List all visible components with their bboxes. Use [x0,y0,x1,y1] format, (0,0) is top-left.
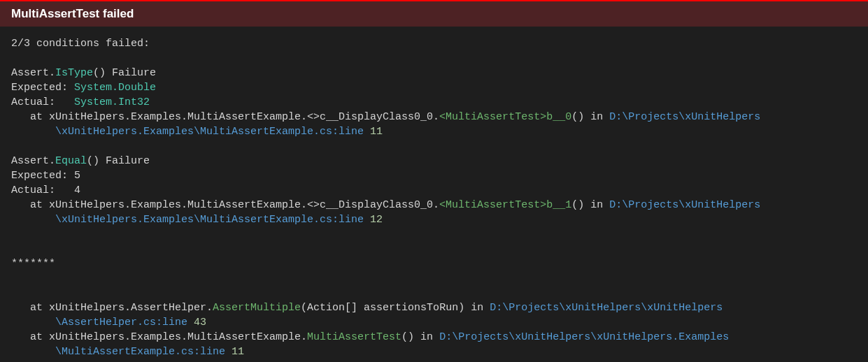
failure-body: 2/3 conditions failed: Assert.IsType() F… [0,27,868,362]
assert-method: Equal [55,155,87,167]
trace-path-cont: \AssertHelper.cs:line [55,317,187,328]
trace-line-number: 12 [364,214,383,226]
failure-output: 2/3 conditions failed: Assert.IsType() F… [11,36,857,359]
trace-path: D:\Projects\xUnitHelpers\xUnitHelpers.Ex… [439,331,729,343]
trace-indent: at [11,199,49,211]
trace-indent: at [11,331,49,343]
trace-path-cont: \xUnitHelpers.Examples\MultiAssertExampl… [55,126,364,138]
assert-prefix: Assert. [11,67,55,79]
trace-frame-suffix: (Action[] assertionsToRun) in [301,302,490,314]
trace-path-cont: \MultiAssertExample.cs:line [55,346,225,358]
actual-label: Actual: [11,96,74,108]
trace-frame-suffix: () in [571,199,609,211]
trace-frame-prefix: xUnitHelpers.Examples.MultiAssertExample… [49,331,307,343]
actual-label: Actual: [11,184,74,196]
trace-line-number: 11 [225,346,244,358]
actual-value: 4 [74,184,80,196]
divider: ******* [11,258,55,270]
assert-suffix: () Failure [87,155,150,167]
trace-path: D:\Projects\xUnitHelpers [609,111,760,123]
trace-frame-prefix: xUnitHelpers.AssertHelper. [49,302,213,314]
trace-frame-prefix: xUnitHelpers.Examples.MultiAssertExample… [49,111,439,123]
trace-frame-method: <MultiAssertTest>b__1 [439,199,571,211]
trace-cont-indent [11,346,55,358]
assert-method: IsType [55,67,93,79]
summary-line: 2/3 conditions failed: [11,38,150,50]
trace-path-cont: \xUnitHelpers.Examples\MultiAssertExampl… [55,214,364,226]
trace-line-number: 43 [187,317,206,328]
assert-prefix: Assert. [11,155,55,167]
trace-frame-suffix: () in [401,331,439,343]
trace-cont-indent [11,214,55,226]
expected-value: 5 [74,170,80,182]
trace-cont-indent [11,317,55,328]
trace-frame-prefix: xUnitHelpers.Examples.MultiAssertExample… [49,199,439,211]
failure-title: MultiAssertTest failed [11,7,134,20]
trace-cont-indent [11,126,55,138]
failure-header: MultiAssertTest failed [0,1,868,27]
expected-label: Expected: [11,82,74,94]
trace-frame-method: MultiAssertTest [307,331,401,343]
trace-path: D:\Projects\xUnitHelpers\xUnitHelpers [490,302,723,314]
trace-path: D:\Projects\xUnitHelpers [609,199,760,211]
assert-suffix: () Failure [93,67,156,79]
trace-line-number: 11 [364,126,383,138]
trace-indent: at [11,111,49,123]
expected-value: System.Double [74,82,156,94]
actual-value: System.Int32 [74,96,150,108]
trace-frame-suffix: () in [571,111,609,123]
expected-label: Expected: [11,170,74,182]
trace-frame-method: AssertMultiple [213,302,301,314]
trace-indent: at [11,302,49,314]
trace-frame-method: <MultiAssertTest>b__0 [439,111,571,123]
